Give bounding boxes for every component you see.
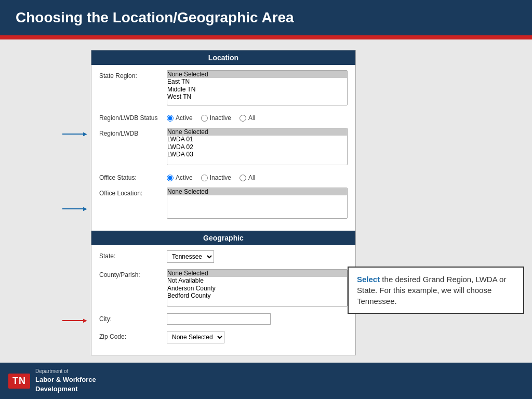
region-lwdb-option-02: LWDA 02 <box>167 143 347 151</box>
office-location-label: Office Location: <box>99 188 167 197</box>
region-lwdb-row: Region/LWDB None Selected LWDA 01 LWDA 0… <box>99 128 348 166</box>
region-lwdb-status-label: Region/LWDB Status <box>99 112 167 122</box>
region-lwdb-status-row: Region/LWDB Status Active Inactive All <box>99 112 348 122</box>
state-region-option-west: West TN <box>167 93 347 100</box>
region-lwdb-label: Region/LWDB <box>99 128 167 137</box>
office-status-controls: Active Inactive All <box>167 172 348 181</box>
city-input[interactable] <box>167 313 271 325</box>
region-status-inactive-label[interactable]: Inactive <box>201 114 231 122</box>
footer: TN Department of Labor & Workforce Devel… <box>0 363 532 399</box>
state-geo-arrow <box>62 317 87 323</box>
county-control: None Selected Not Available Anderson Cou… <box>167 269 348 307</box>
location-section-body: State Region: None Selected East TN Midd… <box>91 65 355 231</box>
city-control <box>167 313 348 325</box>
city-row: City: <box>99 313 348 325</box>
main-content: Location State Region: None Selected Eas… <box>0 39 532 355</box>
state-region-label: State Region: <box>99 70 167 79</box>
region-status-active-label[interactable]: Active <box>167 114 193 122</box>
arrows-area <box>0 50 91 355</box>
state-row: State: Tennessee <box>99 250 348 263</box>
state-label: State: <box>99 250 167 260</box>
office-status-inactive-label[interactable]: Inactive <box>201 174 231 181</box>
zip-row: Zip Code: None Selected <box>99 331 348 343</box>
state-region-option-middle: Middle TN <box>167 86 347 93</box>
callout-box: Select the desired Grand Region, LWDA or… <box>348 267 524 314</box>
footer-dept-line: Department of <box>35 368 96 375</box>
county-option-bedford: Bedford County <box>167 292 347 299</box>
region-lwdb-option-01: LWDA 01 <box>167 136 347 143</box>
region-status-active-radio[interactable] <box>167 115 174 122</box>
region-status-inactive-radio[interactable] <box>201 115 208 122</box>
region-lwdb-listbox[interactable]: None Selected LWDA 01 LWDA 02 LWDA 03 <box>167 128 348 165</box>
county-option-anderson: Anderson County <box>167 285 347 292</box>
footer-org-name: Labor & Workforce <box>35 375 96 384</box>
region-lwdb-option-03: LWDA 03 <box>167 151 347 158</box>
zip-label: Zip Code: <box>99 331 167 340</box>
office-status-all-radio[interactable] <box>240 175 246 181</box>
zip-dropdown[interactable]: None Selected <box>167 331 224 343</box>
city-label: City: <box>99 313 167 323</box>
county-listbox[interactable]: None Selected Not Available Anderson Cou… <box>167 269 348 307</box>
office-location-row: Office Location: None Selected <box>99 188 348 219</box>
page-title: Choosing the Location/Geographic Area <box>16 9 294 25</box>
tn-badge: TN <box>8 374 30 389</box>
footer-text: Department of Labor & Workforce Developm… <box>35 368 96 394</box>
office-location-control: None Selected <box>167 188 348 219</box>
zip-control: None Selected <box>167 331 348 343</box>
state-control: Tennessee <box>167 250 348 263</box>
region-lwdb-option-none: None Selected <box>167 128 347 136</box>
state-region-option-east: East TN <box>167 78 347 85</box>
region-status-controls: Active Inactive All <box>167 112 348 122</box>
region-lwdb-control: None Selected LWDA 01 LWDA 02 LWDA 03 <box>167 128 348 166</box>
footer-logo: TN Department of Labor & Workforce Devel… <box>8 368 96 394</box>
state-region-arrow <box>62 131 87 137</box>
office-status-all-label[interactable]: All <box>240 174 255 181</box>
office-status-active-radio[interactable] <box>167 175 174 181</box>
office-location-option-none: None Selected <box>167 188 347 195</box>
county-row: County/Parish: None Selected Not Availab… <box>99 269 348 307</box>
region-lwdb-arrow <box>62 206 87 211</box>
state-region-listbox[interactable]: None Selected East TN Middle TN West TN <box>167 70 348 105</box>
office-status-label: Office Status: <box>99 172 167 181</box>
office-status-row: Office Status: Active Inactive All <box>99 172 348 181</box>
state-region-row: State Region: None Selected East TN Midd… <box>99 70 348 106</box>
county-label: County/Parish: <box>99 269 167 278</box>
state-dropdown[interactable]: Tennessee <box>167 250 214 263</box>
callout-text: the desired Grand Region, LWDA or State.… <box>357 275 506 305</box>
region-status-all-radio[interactable] <box>240 115 246 122</box>
form-panel: Location State Region: None Selected Eas… <box>91 50 356 355</box>
footer-org-sub: Development <box>35 384 96 394</box>
state-region-option-none: None Selected <box>167 71 347 78</box>
callout-select-word: Select <box>357 275 380 284</box>
county-option-none: None Selected <box>167 270 347 277</box>
county-option-not-available: Not Available <box>167 277 347 284</box>
location-section-header: Location <box>91 50 355 65</box>
geographic-section-header: Geographic <box>91 231 355 245</box>
office-location-listbox[interactable]: None Selected <box>167 188 348 219</box>
page-header: Choosing the Location/Geographic Area <box>0 0 532 37</box>
office-status-active-label[interactable]: Active <box>167 174 193 181</box>
region-status-all-label[interactable]: All <box>240 114 255 122</box>
state-region-control: None Selected East TN Middle TN West TN <box>167 70 348 106</box>
geographic-section-body: State: Tennessee County/Parish: None Sel… <box>91 245 355 355</box>
office-status-inactive-radio[interactable] <box>201 175 208 181</box>
